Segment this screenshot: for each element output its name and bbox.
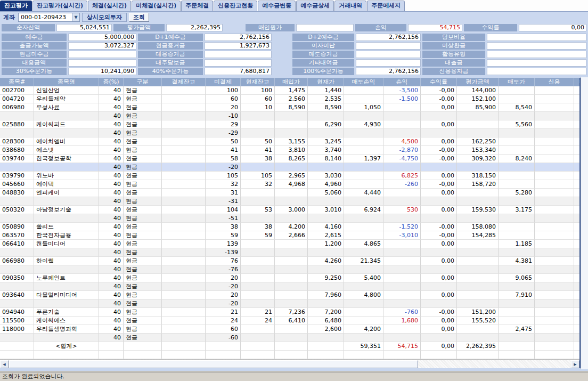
table-cell: 현금 bbox=[124, 214, 162, 223]
table-cell bbox=[162, 95, 206, 103]
table-row[interactable]: 40현금-76 bbox=[0, 265, 579, 274]
table-row[interactable]: 40현금-29 bbox=[0, 129, 579, 137]
tab-9[interactable]: 주문메세지 bbox=[367, 1, 405, 11]
table-cell: -60 bbox=[206, 334, 241, 342]
column-header-1[interactable]: 종목명 bbox=[34, 78, 99, 86]
table-cell: -29 bbox=[206, 129, 241, 137]
column-header-3[interactable]: 구분 bbox=[124, 78, 162, 86]
tab-1[interactable]: 잔고평가(실시간) bbox=[32, 1, 87, 11]
query-button[interactable]: 조회 bbox=[129, 13, 149, 22]
table-cell: 현금 bbox=[124, 282, 162, 291]
table-row[interactable]: 028300에이치엘비40현금50503,1553,2454,5000,0016… bbox=[0, 137, 579, 146]
table-row[interactable]: 050890쏠리드40현금38384,2004,160-1,520-0,0015… bbox=[0, 223, 579, 231]
scroll-right-icon[interactable]: ▶ bbox=[571, 360, 579, 368]
chevron-down-icon[interactable]: ▼ bbox=[72, 13, 79, 21]
table-cell: 4,865 bbox=[344, 240, 383, 248]
table-row[interactable]: 090350노루페인트40현금209,2505,4000,009,065 bbox=[0, 274, 579, 282]
table-row[interactable]: 063570한국전자금융40현금59592,6662,615-3,010-0,0… bbox=[0, 231, 579, 240]
column-header-14[interactable]: 신용 bbox=[535, 78, 574, 86]
table-cell: 6,924 bbox=[344, 206, 383, 214]
table-cell bbox=[34, 334, 99, 342]
table-row[interactable]: 039740한국정보공학40현금58388,2658,1401,397-4,75… bbox=[0, 155, 579, 163]
account-select[interactable]: 000-01-209423 ▼ bbox=[18, 13, 80, 22]
table-cell: 8,140 bbox=[308, 155, 344, 163]
tab-8[interactable]: 거래내역 bbox=[334, 1, 366, 11]
table-row[interactable]: 115500케이씨에스40현금24246,4106,4801,6800,0015… bbox=[0, 317, 579, 325]
table-cell bbox=[574, 317, 581, 325]
table-row[interactable]: 40현금-20 bbox=[0, 299, 579, 308]
column-header-6[interactable]: 현재잔고 bbox=[241, 78, 275, 86]
table-row[interactable]: 093640다믈멀티미디어40현금207,9604,8000,007,910 bbox=[0, 291, 579, 299]
table-cell bbox=[535, 282, 574, 291]
table-row[interactable]: 048830엔피케이40현금315,0604,4400,005,280 bbox=[0, 189, 579, 197]
table-row[interactable]: 066410캔들미디어40현금1391,2004,8650,001,185 bbox=[0, 240, 579, 248]
table-row[interactable]: 066980하이쎌40현금764,26021,3450,004,381 bbox=[0, 257, 579, 265]
table-row[interactable]: 039790위노바40현금1051052,9653,0306,8250,0031… bbox=[0, 172, 579, 180]
tab-6[interactable]: 예수금변동 bbox=[258, 1, 296, 11]
table-cell: 현금 bbox=[124, 223, 162, 231]
table-row[interactable]: 40현금-10 bbox=[0, 112, 579, 120]
column-header-9[interactable]: 매도손익 bbox=[344, 78, 383, 86]
table-cell bbox=[162, 155, 206, 163]
table-cell: 현금 bbox=[124, 197, 162, 206]
table-cell bbox=[574, 223, 581, 231]
column-header-13[interactable]: 매도가 bbox=[499, 78, 535, 86]
column-header-10[interactable]: 손익 bbox=[383, 78, 421, 86]
table-cell bbox=[275, 129, 308, 137]
column-header-7[interactable]: 매입가 bbox=[275, 78, 308, 86]
tab-2[interactable]: 체결(실시간) bbox=[88, 1, 131, 11]
table-row[interactable]: 050320아남정보기술40현금104533,0003,0106,9245300… bbox=[0, 206, 579, 214]
table-row[interactable]: 40현금-139 bbox=[0, 248, 579, 257]
table-row[interactable]: 038680에스넷40현금41413,8103,740-2,870-0,0015… bbox=[0, 146, 579, 155]
table-cell: 32 bbox=[241, 180, 275, 189]
table-row[interactable]: 40현금-20 bbox=[0, 163, 579, 172]
tab-7[interactable]: 예수금상세 bbox=[296, 1, 334, 11]
column-header-4[interactable]: 결제잔고 bbox=[162, 78, 206, 86]
table-row[interactable]: 40현금-60 bbox=[0, 334, 579, 342]
table-cell: 40 bbox=[99, 197, 124, 206]
table-row[interactable]: 118000우리들생명과학40현금602,6004,2000,002,475 bbox=[0, 325, 579, 334]
table-cell bbox=[421, 197, 457, 206]
scroll-left-icon[interactable]: ◀ bbox=[0, 360, 9, 368]
table-row[interactable]: 094940푸른기술40현금21217,2367,200-760-0,00151… bbox=[0, 308, 579, 317]
table-row[interactable] bbox=[0, 351, 579, 359]
table-total-row[interactable]: <합계>59,35154,7150,002,262,395 bbox=[0, 342, 579, 351]
table-cell bbox=[241, 334, 275, 342]
table-cell bbox=[457, 120, 499, 129]
column-header-5[interactable]: 미결제 bbox=[206, 78, 241, 86]
column-header-0[interactable]: 종목# bbox=[0, 78, 34, 86]
table-cell bbox=[574, 342, 581, 351]
table-cell bbox=[499, 231, 535, 240]
tab-3[interactable]: 미체결(실시간) bbox=[132, 1, 181, 11]
table-row[interactable]: 045660에이텍40현금32324,9684,960-260-0,00158,… bbox=[0, 180, 579, 189]
table-cell bbox=[162, 299, 206, 308]
table-cell bbox=[0, 299, 34, 308]
vertical-scrollbar[interactable] bbox=[581, 77, 588, 369]
table-row[interactable]: 006980우성사료40현금20108,5908,5901,0500,0085,… bbox=[0, 103, 579, 112]
tab-4[interactable]: 주문체결 bbox=[181, 1, 213, 11]
app-window: 잔고평가잔고평가(실시간)체결(실시간)미체결(실시간)주문체결신용잔고현황예수… bbox=[0, 0, 588, 381]
table-cell: 캔들미디어 bbox=[34, 240, 99, 248]
column-header-15[interactable]: 대출 bbox=[574, 78, 581, 86]
table-row[interactable]: 025880케이씨피드40현금296,2904,9300,005,560 bbox=[0, 120, 579, 129]
column-header-11[interactable]: 수익률 bbox=[421, 78, 457, 86]
toolbar: 계좌 000-01-209423 ▼ 상시모의투자 조회 bbox=[0, 12, 588, 23]
table-row[interactable]: 004720우리들제약40현금60602,5602,535-1,500-0,00… bbox=[0, 95, 579, 103]
table-row[interactable]: 002700신일산업40현금1001001,4751,440-3,500-0,0… bbox=[0, 86, 579, 95]
horizontal-scrollbar[interactable]: ◀ ▶ bbox=[0, 359, 579, 368]
table-cell: 002700 bbox=[0, 86, 34, 95]
table-row[interactable]: 40현금-51 bbox=[0, 214, 579, 223]
tab-0[interactable]: 잔고평가 bbox=[0, 1, 32, 11]
column-header-12[interactable]: 평가금액 bbox=[457, 78, 499, 86]
column-header-8[interactable]: 현재가 bbox=[308, 78, 344, 86]
tab-5[interactable]: 신용잔고현황 bbox=[214, 1, 257, 11]
table-cell bbox=[0, 282, 34, 291]
table-row[interactable]: 40현금-20 bbox=[0, 282, 579, 291]
table-cell: -1,500 bbox=[383, 95, 421, 103]
horizontal-scrollbar-thumb[interactable] bbox=[9, 360, 418, 368]
table-row[interactable]: 40현금-31 bbox=[0, 197, 579, 206]
column-header-2[interactable]: 증(%) bbox=[99, 78, 124, 86]
table-cell bbox=[275, 189, 308, 197]
table-cell: -139 bbox=[206, 248, 241, 257]
table-cell: 5,060 bbox=[308, 189, 344, 197]
